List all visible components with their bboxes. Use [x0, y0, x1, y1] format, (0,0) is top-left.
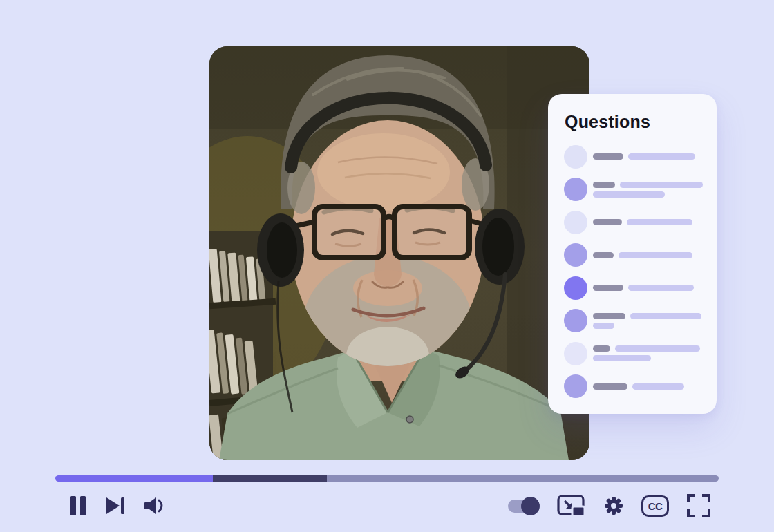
- fullscreen-icon: [687, 494, 710, 517]
- skeleton-line-light: [615, 345, 700, 352]
- progress-segment-played: [55, 475, 213, 482]
- cc-icon: CC: [641, 495, 669, 517]
- question-row[interactable]: [564, 173, 717, 207]
- pause-icon: [68, 495, 88, 516]
- question-row[interactable]: [564, 140, 717, 173]
- skeleton-line-light: [630, 313, 701, 319]
- fullscreen-button[interactable]: [687, 494, 710, 517]
- question-row[interactable]: [564, 370, 717, 403]
- questions-list: [548, 140, 717, 403]
- avatar: [564, 276, 587, 300]
- question-row[interactable]: [564, 305, 717, 338]
- skeleton-line-dark: [593, 252, 614, 258]
- question-text-skeleton: [593, 345, 700, 361]
- volume-icon: [143, 496, 167, 515]
- speaker-video-still: [209, 46, 589, 460]
- question-row[interactable]: [564, 272, 717, 305]
- toggle-knob: [521, 497, 540, 515]
- question-text-skeleton: [593, 285, 694, 291]
- avatar: [564, 178, 587, 201]
- avatar: [564, 243, 587, 267]
- player-controls-left: [68, 493, 167, 518]
- question-text-skeleton: [593, 313, 701, 329]
- skip-next-button[interactable]: [105, 497, 126, 515]
- pause-button[interactable]: [68, 495, 88, 516]
- skeleton-line-light: [628, 285, 694, 291]
- avatar: [564, 211, 587, 234]
- avatar: [564, 374, 587, 398]
- skeleton-line-light: [620, 182, 703, 188]
- skeleton-line-dark: [593, 285, 623, 291]
- gear-icon: [604, 496, 623, 515]
- progress-bar[interactable]: [55, 475, 719, 482]
- questions-panel: Questions: [548, 94, 717, 414]
- skeleton-line-light: [593, 323, 614, 329]
- skeleton-line-light: [627, 219, 692, 225]
- pip-button[interactable]: [557, 494, 586, 517]
- captions-button[interactable]: CC: [641, 495, 669, 517]
- skeleton-line-light: [619, 252, 692, 258]
- video-page: Questions: [0, 0, 774, 532]
- avatar: [564, 309, 587, 332]
- skeleton-line-light: [593, 191, 665, 198]
- question-text-skeleton: [593, 219, 692, 225]
- player-controls-right: CC: [508, 493, 710, 518]
- skeleton-line-dark: [593, 345, 610, 352]
- skeleton-line-dark: [593, 383, 627, 390]
- progress-segment-remaining: [327, 475, 719, 482]
- skeleton-line-dark: [593, 313, 625, 319]
- skeleton-line-light: [632, 383, 684, 390]
- question-row[interactable]: [564, 337, 717, 370]
- skeleton-line-dark: [593, 219, 622, 225]
- volume-button[interactable]: [143, 496, 167, 515]
- avatar: [564, 342, 587, 365]
- video-player[interactable]: [209, 46, 589, 460]
- skeleton-line-light: [593, 355, 651, 361]
- question-text-skeleton: [593, 252, 692, 258]
- question-text-skeleton: [593, 153, 695, 160]
- skeleton-line-dark: [593, 182, 615, 188]
- question-text-skeleton: [593, 383, 684, 390]
- skeleton-line-light: [628, 153, 695, 160]
- skip-next-icon: [105, 497, 126, 515]
- avatar: [564, 145, 587, 169]
- autoplay-toggle[interactable]: [508, 500, 539, 513]
- progress-segment-buffered: [213, 475, 326, 482]
- question-row[interactable]: [564, 206, 717, 239]
- question-row[interactable]: [564, 239, 717, 272]
- question-text-skeleton: [593, 182, 703, 198]
- questions-panel-title: Questions: [565, 112, 717, 132]
- skeleton-line-dark: [593, 153, 623, 160]
- pip-icon: [557, 494, 586, 517]
- settings-button[interactable]: [604, 496, 623, 515]
